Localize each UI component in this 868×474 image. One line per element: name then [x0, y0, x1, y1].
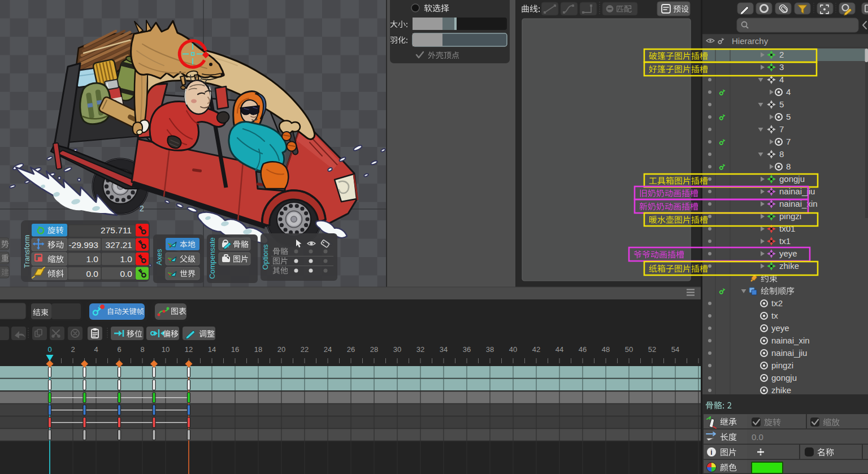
svg-text:gongju: gongju [771, 373, 797, 382]
svg-text:54: 54 [671, 345, 679, 354]
svg-text:16: 16 [231, 345, 239, 354]
svg-text:1.0: 1.0 [120, 254, 132, 264]
svg-text:i: i [710, 449, 712, 456]
svg-text:40: 40 [509, 345, 517, 354]
svg-text:-29.993: -29.993 [68, 240, 98, 250]
svg-text:0.0: 0.0 [86, 269, 98, 279]
svg-text:8: 8 [779, 149, 784, 159]
svg-text:zhike: zhike [779, 261, 799, 271]
svg-text:tx2: tx2 [771, 298, 783, 308]
svg-text:20: 20 [277, 345, 285, 354]
svg-text:2: 2 [140, 204, 144, 213]
svg-text:14: 14 [208, 345, 216, 354]
svg-text:50: 50 [625, 345, 633, 354]
svg-text:26: 26 [347, 345, 355, 354]
svg-text:10: 10 [162, 345, 170, 354]
svg-text:yeye: yeye [779, 249, 797, 258]
svg-text:Axes: Axes [155, 249, 163, 265]
svg-text:36: 36 [463, 345, 471, 354]
svg-text:3: 3 [779, 62, 784, 72]
svg-text:2: 2 [71, 345, 75, 354]
svg-text:0.0: 0.0 [752, 432, 763, 442]
svg-text:18: 18 [254, 345, 262, 354]
svg-text:52: 52 [648, 345, 656, 354]
svg-text:327.21: 327.21 [106, 240, 132, 250]
svg-text:pingzi: pingzi [771, 360, 793, 370]
svg-text:8: 8 [140, 345, 144, 354]
svg-text:46: 46 [579, 345, 587, 354]
svg-text:6: 6 [117, 345, 121, 354]
svg-text:5: 5 [779, 99, 784, 109]
svg-text:Transform: Transform [23, 235, 31, 268]
svg-text:0: 0 [47, 345, 51, 354]
svg-text:1.0: 1.0 [86, 254, 98, 264]
svg-text:38: 38 [486, 345, 494, 354]
svg-text:tx01: tx01 [779, 224, 795, 233]
svg-text:yeye: yeye [771, 323, 789, 333]
svg-text:nainai_jiu: nainai_jiu [771, 348, 807, 358]
svg-text:34: 34 [440, 345, 448, 354]
svg-text:12: 12 [185, 345, 193, 354]
svg-text:nainai_xin: nainai_xin [771, 336, 810, 345]
svg-text:zhike: zhike [771, 385, 791, 395]
svg-text:22: 22 [301, 345, 309, 354]
svg-text:48: 48 [602, 345, 610, 354]
svg-text:5: 5 [786, 112, 791, 121]
svg-text:32: 32 [416, 345, 424, 354]
svg-text:nainai_jiu: nainai_jiu [779, 186, 815, 196]
svg-text:Compensate: Compensate [208, 237, 216, 279]
svg-text:gongju: gongju [779, 174, 805, 184]
svg-text:30: 30 [393, 345, 401, 354]
svg-text:4: 4 [786, 87, 791, 97]
svg-text:7: 7 [779, 124, 784, 134]
svg-text:tx1: tx1 [779, 236, 791, 246]
svg-text:2: 2 [779, 50, 784, 59]
svg-text:44: 44 [555, 345, 563, 354]
svg-text:275.711: 275.711 [101, 225, 132, 235]
svg-text:Options: Options [261, 244, 270, 269]
svg-text:42: 42 [532, 345, 540, 354]
svg-text:4: 4 [94, 345, 98, 354]
svg-text:7: 7 [786, 137, 791, 146]
svg-text:0.0: 0.0 [120, 269, 132, 279]
svg-text:28: 28 [370, 345, 378, 354]
svg-text:Hierarchy: Hierarchy [732, 36, 769, 46]
svg-text:tx: tx [771, 311, 778, 320]
svg-text:8: 8 [786, 162, 791, 171]
svg-text:24: 24 [324, 345, 332, 354]
svg-text:nainai_xin: nainai_xin [779, 199, 818, 208]
